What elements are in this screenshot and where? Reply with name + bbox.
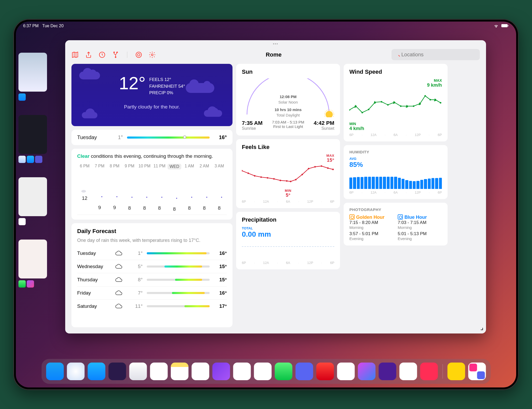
dock-mail-icon[interactable] xyxy=(129,363,147,380)
stage-thumb-3[interactable] xyxy=(18,177,47,216)
daily-temp-bar xyxy=(147,292,210,294)
hourly-item[interactable]: 11 PM 8 xyxy=(152,164,167,212)
gear-icon[interactable] xyxy=(149,51,156,58)
hourly-grid[interactable]: 6 PM 12 7 PM 9 8 PM 9 9 PM 8 10 PM 8 11 … xyxy=(77,164,227,215)
search-input[interactable] xyxy=(391,49,480,60)
dock-notes-icon[interactable] xyxy=(171,363,189,380)
sunset-time: 4:42 PM xyxy=(314,120,334,126)
svg-point-25 xyxy=(267,177,268,179)
multitask-menu[interactable]: ••• xyxy=(65,40,486,46)
dock-music-icon[interactable] xyxy=(192,363,209,380)
hourly-item[interactable]: 8 PM 9 xyxy=(107,164,122,212)
status-date: Tue Dec 20 xyxy=(42,24,64,28)
hourly-item[interactable]: 1 AM 8 xyxy=(182,164,197,212)
feelslike-card[interactable]: Feels Like MAX15° MIN5° 6P·12A·6A·12P·6P xyxy=(236,139,340,208)
svg-point-4 xyxy=(117,52,118,53)
daily-high: 15° xyxy=(214,264,227,269)
daily-row[interactable]: Saturday 11° 17° xyxy=(77,299,227,313)
dock-photos-icon[interactable] xyxy=(254,363,272,380)
svg-point-13 xyxy=(146,197,147,198)
fork-icon[interactable] xyxy=(112,51,119,58)
daily-row[interactable]: Wednesday 5° 15° xyxy=(77,260,227,273)
wind-card[interactable]: Wind Speed MAX9 km/h MIN4 km/h 6P·12A·6A… xyxy=(344,64,448,141)
hourly-temp: 8 xyxy=(188,205,191,211)
daily-row[interactable]: Thursday 8° 15° xyxy=(77,273,227,286)
hourly-card[interactable]: Clear conditions this evening, continuin… xyxy=(71,149,232,220)
svg-point-49 xyxy=(424,95,426,97)
hourly-summary: Clear conditions this evening, continuin… xyxy=(77,153,227,159)
hourly-time: 10 PM xyxy=(138,164,150,168)
hourly-item[interactable]: 10 PM 8 xyxy=(137,164,152,212)
dock-shortcuts-icon[interactable] xyxy=(358,363,376,380)
dock-recent-2-icon[interactable] xyxy=(468,363,486,380)
svg-point-42 xyxy=(381,101,382,103)
svg-point-14 xyxy=(161,197,162,198)
dock-app-cloud-icon[interactable] xyxy=(316,363,334,380)
hourly-time: 7 PM xyxy=(95,164,104,168)
photography-card[interactable]: PHOTOGRAPHY Golden Hour 7:15 - 8:20 AM M… xyxy=(344,203,448,246)
dock-safari-icon[interactable] xyxy=(67,363,85,380)
dock-timer-icon[interactable] xyxy=(337,363,355,380)
svg-point-33 xyxy=(314,166,316,168)
target-icon[interactable] xyxy=(135,51,142,58)
stage-thumb-4[interactable] xyxy=(18,240,47,278)
svg-point-12 xyxy=(131,197,132,198)
dock xyxy=(42,359,491,384)
humidity-card[interactable]: HUMIDITY AVG 85% 6P·12A·6A·12P·6P xyxy=(344,145,448,199)
stage-thumb-1[interactable] xyxy=(18,53,47,92)
today-card[interactable]: Tuesday 1° 16° xyxy=(71,130,232,145)
hourly-item[interactable]: WED 8 xyxy=(167,164,182,212)
hourly-time: 9 PM xyxy=(125,164,134,168)
daily-low: 5° xyxy=(130,264,143,269)
dock-appstore-icon[interactable] xyxy=(88,363,105,380)
daily-low: 8° xyxy=(130,277,143,283)
dock-recent-1-icon[interactable] xyxy=(448,363,465,380)
map-icon[interactable] xyxy=(71,51,79,58)
svg-point-6 xyxy=(136,52,142,57)
resize-handle[interactable]: ⌟ xyxy=(480,323,483,331)
svg-point-9 xyxy=(81,190,86,193)
today-low: 1° xyxy=(112,134,123,140)
location-title[interactable]: Rome xyxy=(161,51,386,58)
dock-marvis-icon[interactable] xyxy=(212,363,230,380)
hourly-item[interactable]: 2 AM 8 xyxy=(197,164,212,212)
svg-point-39 xyxy=(361,112,363,113)
hourly-item[interactable]: 6 PM 12 xyxy=(77,164,92,212)
dock-messages-icon[interactable] xyxy=(275,363,292,380)
svg-point-36 xyxy=(332,169,334,170)
stage-app-icon-2 xyxy=(27,280,34,288)
dock-finder-icon[interactable] xyxy=(46,363,64,380)
sun-card[interactable]: Sun 12:08 PM Solar Noon 10 xyxy=(236,64,340,135)
daily-row[interactable]: Tuesday 1° 16° xyxy=(77,247,227,260)
dock-app-m-icon[interactable] xyxy=(109,363,126,380)
safari-icon xyxy=(18,156,26,163)
daily-title: Daily Forecast xyxy=(77,228,227,235)
precipitation-chart xyxy=(242,246,334,259)
dock-app-pink-icon[interactable] xyxy=(420,363,438,380)
history-icon[interactable] xyxy=(98,51,106,58)
hourly-time: 1 AM xyxy=(185,164,194,168)
svg-point-28 xyxy=(286,180,288,182)
stage-thumb-2[interactable] xyxy=(18,115,47,154)
hourly-item[interactable]: 3 AM 8 xyxy=(212,164,227,212)
hourly-item[interactable]: 9 PM 8 xyxy=(122,164,137,212)
precipitation-card[interactable]: Precipitation TOTAL 0.00 mm 6P·12A·6A·12… xyxy=(236,212,340,269)
svg-point-50 xyxy=(430,99,431,100)
daily-card[interactable]: Daily Forecast One day of rain this week… xyxy=(71,223,232,327)
clear-night-icon xyxy=(200,195,209,204)
finder-icon xyxy=(18,93,26,101)
sunrise-time: 7:35 AM xyxy=(242,120,263,126)
partly-cloudy-night-icon xyxy=(81,186,89,194)
dock-discord-icon[interactable] xyxy=(296,363,313,380)
hourly-item[interactable]: 7 PM 9 xyxy=(92,164,107,212)
daily-low: 11° xyxy=(130,303,143,309)
hero-card[interactable]: 12° FEELS 12° FAHRENHEIT 54° PRECIP 0% P… xyxy=(71,64,232,126)
dock-reminders-icon[interactable] xyxy=(150,363,168,380)
share-icon[interactable] xyxy=(85,51,92,58)
today-high: 16° xyxy=(214,134,227,140)
dock-freeform-icon[interactable] xyxy=(233,363,251,380)
current-stats: FEELS 12° FAHRENHEIT 54° PRECIP 0% xyxy=(149,74,185,96)
dock-obsidian-icon[interactable] xyxy=(379,363,396,380)
dock-app-bot-icon[interactable] xyxy=(400,363,417,380)
daily-row[interactable]: Friday 7° 16° xyxy=(77,286,227,299)
